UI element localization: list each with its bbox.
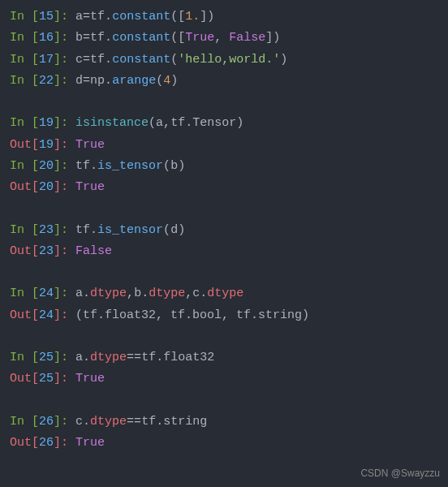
- prompt-num: 24: [39, 308, 54, 322]
- blank-line: [10, 198, 438, 219]
- paren: ): [280, 53, 287, 67]
- module: tf: [90, 31, 105, 45]
- in-prompt: In: [10, 10, 32, 24]
- number-literal: 1.: [185, 10, 200, 24]
- watermark: CSDN @Swayzzu: [360, 465, 440, 482]
- operator: ==: [127, 415, 141, 429]
- output-line: Out[26]: True: [10, 433, 438, 454]
- output-line: Out[23]: False: [10, 241, 438, 262]
- prompt-num: 20: [39, 159, 54, 173]
- output-line: Out[24]: (tf.float32, tf.bool, tf.string…: [10, 305, 438, 326]
- boolean-literal: True: [185, 31, 214, 45]
- prompt-num: 26: [39, 436, 54, 450]
- in-prompt: In: [10, 53, 32, 67]
- comma: ,: [185, 287, 192, 300]
- in-prompt: In: [10, 31, 32, 45]
- method: arange: [112, 74, 156, 88]
- comma: ,: [163, 116, 170, 130]
- argument: b: [170, 159, 178, 173]
- attribute: float32: [163, 351, 214, 364]
- operator: =: [83, 53, 90, 67]
- paren: ): [178, 159, 185, 173]
- number-literal: 4: [163, 74, 170, 88]
- output-value: True: [75, 436, 105, 450]
- operator: =: [83, 10, 90, 24]
- code-line: In [17]: c=tf.constant('hello,world.'): [10, 50, 438, 71]
- out-prompt: Out: [10, 138, 32, 152]
- out-prompt: Out: [10, 244, 32, 258]
- code-line: In [23]: tf.is_tensor(d): [10, 220, 438, 241]
- dot: .: [200, 287, 207, 300]
- in-prompt: In: [10, 74, 32, 88]
- attribute: dtype: [90, 415, 127, 429]
- prompt-num: 23: [39, 244, 54, 258]
- operator: ==: [127, 351, 141, 364]
- paren: (: [170, 53, 178, 67]
- prompt-num: 19: [39, 116, 54, 130]
- module: tf: [90, 53, 105, 67]
- variable: c: [75, 53, 83, 67]
- code-line: In [26]: c.dtype==tf.string: [10, 412, 438, 433]
- dot: .: [83, 287, 90, 300]
- blank-line: [10, 390, 438, 412]
- attribute: dtype: [207, 287, 243, 300]
- in-prompt: In: [10, 116, 32, 130]
- prompt-num: 24: [39, 287, 54, 300]
- paren: ): [207, 10, 214, 24]
- comma: ,: [127, 287, 134, 300]
- output-line: Out[20]: True: [10, 177, 438, 198]
- prompt-num: 20: [39, 180, 54, 194]
- paren: ): [170, 74, 178, 88]
- paren: ): [236, 116, 243, 130]
- argument: d: [170, 223, 178, 237]
- code-line: In [15]: a=tf.constant([1.]): [10, 6, 438, 28]
- paren: (: [170, 10, 178, 24]
- string-literal: 'hello,world.': [178, 53, 280, 67]
- paren: ): [178, 223, 185, 237]
- paren: (: [163, 159, 170, 173]
- prompt-num: 19: [39, 138, 54, 152]
- in-prompt: In: [10, 223, 32, 237]
- operator: =: [83, 74, 90, 88]
- variable: c: [192, 287, 200, 300]
- module: tf: [170, 116, 185, 130]
- prompt-num: 25: [39, 372, 54, 386]
- prompt-num: 23: [39, 223, 54, 237]
- method: constant: [112, 10, 170, 24]
- module: np: [90, 74, 105, 88]
- variable: a: [75, 351, 83, 364]
- module: tf: [141, 351, 156, 364]
- variable: a: [75, 287, 83, 300]
- out-prompt: Out: [10, 308, 32, 322]
- code-line: In [19]: isinstance(a,tf.Tensor): [10, 113, 438, 134]
- operator: =: [83, 31, 90, 45]
- dot: .: [83, 351, 90, 364]
- module: tf: [90, 10, 105, 24]
- variable: b: [75, 31, 83, 45]
- output-value: True: [75, 138, 105, 152]
- in-prompt: In: [10, 287, 32, 300]
- method: is_tensor: [97, 159, 163, 173]
- blank-line: [10, 262, 438, 283]
- comma: ,: [214, 31, 229, 45]
- paren: (: [170, 31, 178, 45]
- output-value: True: [75, 372, 105, 386]
- out-prompt: Out: [10, 436, 32, 450]
- attribute: string: [163, 415, 207, 429]
- prompt-num: 17: [39, 53, 54, 67]
- variable: c: [75, 415, 83, 429]
- output-line: Out[25]: True: [10, 368, 438, 390]
- paren: (: [156, 74, 163, 88]
- paren: (: [163, 223, 170, 237]
- bracket: [: [178, 10, 185, 24]
- code-line: In [24]: a.dtype,b.dtype,c.dtype: [10, 283, 438, 304]
- paren: ): [273, 31, 280, 45]
- module: tf: [75, 159, 90, 173]
- blank-line: [10, 326, 438, 347]
- output-value: (tf.float32, tf.bool, tf.string): [75, 308, 309, 322]
- bracket: ]: [200, 10, 207, 24]
- code-line: In [25]: a.dtype==tf.float32: [10, 347, 438, 368]
- blank-line: [10, 92, 438, 113]
- attribute: dtype: [90, 351, 127, 364]
- builtin-func: isinstance: [75, 116, 149, 130]
